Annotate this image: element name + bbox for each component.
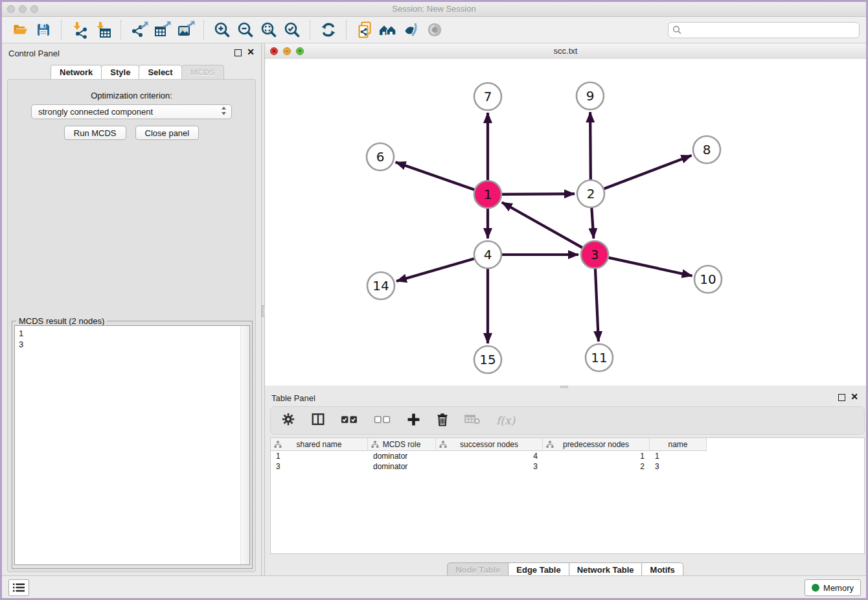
- control-panel-close-icon[interactable]: ✕: [247, 47, 255, 56]
- node-table[interactable]: shared nameMCDS rolesuccessor nodesprede…: [270, 437, 865, 554]
- network-window: ✕ − + scc.txt 7968124314101511: [265, 43, 866, 388]
- select-arrows-icon: [221, 106, 227, 117]
- toolbar-separator: [120, 20, 122, 40]
- tab-select[interactable]: Select: [139, 65, 181, 80]
- search-icon: [672, 25, 681, 34]
- graph-edge-3-1[interactable]: [502, 202, 582, 248]
- toolbar-separator: [203, 20, 205, 40]
- mcds-result-line: 1: [15, 326, 249, 339]
- toolbar-separator: [61, 20, 62, 40]
- result-scrollbar[interactable]: [240, 326, 249, 564]
- table-row[interactable]: 3dominator323: [271, 461, 864, 472]
- graph-edge-3-11[interactable]: [595, 269, 599, 341]
- column-header-MCDS-role[interactable]: MCDS role: [368, 438, 436, 451]
- graph-node-label: 1: [484, 187, 492, 202]
- graph-edge-4-14[interactable]: [396, 259, 474, 281]
- table-cell[interactable]: 4: [436, 451, 543, 461]
- network-canvas[interactable]: 7968124314101511: [265, 59, 866, 386]
- column-header-shared-name[interactable]: shared name: [271, 438, 368, 451]
- select-all-rows-icon[interactable]: [341, 414, 358, 428]
- memory-status-icon: [812, 584, 819, 592]
- network-graph[interactable]: 7968124314101511: [265, 59, 868, 386]
- tab-network[interactable]: Network: [51, 65, 102, 80]
- graph-edge-2-9[interactable]: [590, 112, 591, 179]
- show-columns-icon[interactable]: [311, 412, 325, 429]
- zoom-selected-icon[interactable]: [280, 19, 304, 41]
- mcds-result-box: MCDS result (2 nodes) 1 3: [12, 321, 253, 569]
- run-mcds-button[interactable]: Run MCDS: [64, 126, 126, 140]
- criterion-value: strongly connected component: [38, 107, 153, 117]
- graph-edge-2-3[interactable]: [591, 208, 593, 238]
- new-network-from-selection-icon[interactable]: [353, 19, 376, 41]
- control-panel: Control Panel ✕ Network Style Select MCD…: [2, 43, 261, 576]
- control-panel-float-icon[interactable]: [234, 49, 242, 56]
- table-toolbar: f(x): [270, 406, 865, 435]
- table-panel-float-icon[interactable]: [838, 394, 845, 401]
- mcds-result-area[interactable]: 1 3: [14, 325, 250, 565]
- control-panel-title: Control Panel: [8, 49, 60, 58]
- column-label: predecessor nodes: [563, 440, 629, 449]
- deselect-all-rows-icon[interactable]: [374, 414, 391, 428]
- table-row[interactable]: 1dominator411: [271, 451, 864, 461]
- search-input[interactable]: [681, 25, 859, 36]
- tab-style[interactable]: Style: [101, 65, 139, 80]
- table-cell[interactable]: 1: [271, 451, 368, 461]
- graph-node-label: 10: [700, 271, 716, 287]
- graph-node-label: 14: [372, 278, 389, 294]
- apply-layout-icon[interactable]: [317, 19, 340, 41]
- status-bar: Memory: [2, 575, 866, 598]
- memory-label: Memory: [823, 583, 854, 593]
- memory-button[interactable]: Memory: [805, 579, 861, 596]
- import-table-icon[interactable]: [91, 19, 115, 41]
- show-hidden-icon: [423, 19, 446, 41]
- table-panel-title: Table Panel: [271, 393, 315, 403]
- table-settings-gear-icon[interactable]: [281, 412, 295, 429]
- table-cell[interactable]: 1: [650, 451, 707, 461]
- open-session-icon[interactable]: [8, 19, 32, 41]
- control-panel-tabs: Network Style Select MCDS: [51, 65, 224, 80]
- zoom-in-icon[interactable]: [211, 19, 234, 41]
- column-label: name: [668, 440, 687, 449]
- graph-edge-1-6[interactable]: [396, 162, 475, 189]
- graph-edge-2-8[interactable]: [604, 156, 692, 189]
- graph-edge-1-2[interactable]: [502, 194, 575, 194]
- first-neighbors-icon[interactable]: [376, 19, 400, 41]
- graph-node-label: 2: [587, 186, 595, 202]
- task-history-button[interactable]: [8, 579, 29, 596]
- toolbar-separator: [310, 20, 311, 40]
- export-network-icon[interactable]: [128, 19, 151, 41]
- search-box[interactable]: [668, 22, 860, 38]
- zoom-fit-icon[interactable]: [257, 19, 280, 41]
- table-cell[interactable]: 3: [436, 461, 543, 472]
- graph-node-label: 8: [703, 142, 711, 157]
- graph-node-label: 3: [591, 247, 599, 262]
- table-cell[interactable]: 3: [271, 461, 368, 472]
- close-panel-button[interactable]: Close panel: [135, 126, 200, 140]
- add-column-icon[interactable]: [407, 413, 420, 429]
- zoom-out-icon[interactable]: [234, 19, 257, 41]
- export-image-icon[interactable]: [174, 19, 198, 41]
- graph-node-label: 7: [484, 89, 492, 104]
- table-cell[interactable]: dominator: [368, 461, 436, 472]
- tab-mcds[interactable]: MCDS: [181, 65, 224, 80]
- save-session-icon[interactable]: [32, 19, 55, 41]
- hide-selected-icon[interactable]: [400, 19, 423, 41]
- column-header-predecessor-nodes[interactable]: predecessor nodes: [543, 438, 650, 451]
- network-window-titlebar: ✕ − + scc.txt: [265, 43, 866, 60]
- export-table-icon[interactable]: [151, 19, 174, 41]
- criterion-select[interactable]: strongly connected component: [31, 104, 232, 119]
- column-label: successor nodes: [460, 440, 518, 449]
- graph-edge-3-10[interactable]: [608, 258, 692, 276]
- graph-node-label: 4: [484, 247, 492, 262]
- column-header-successor-nodes[interactable]: successor nodes: [436, 438, 543, 451]
- table-cell[interactable]: 2: [543, 461, 650, 472]
- table-cell[interactable]: dominator: [368, 451, 436, 461]
- network-window-title: scc.txt: [265, 46, 866, 56]
- delete-selected-icon[interactable]: [436, 412, 449, 430]
- table-panel: Table Panel ✕ f(x): [265, 388, 866, 576]
- table-cell[interactable]: 3: [650, 461, 707, 472]
- column-header-name[interactable]: name: [650, 438, 707, 451]
- import-network-icon[interactable]: [68, 19, 91, 41]
- table-panel-close-icon[interactable]: ✕: [851, 392, 858, 401]
- table-cell[interactable]: 1: [543, 451, 650, 461]
